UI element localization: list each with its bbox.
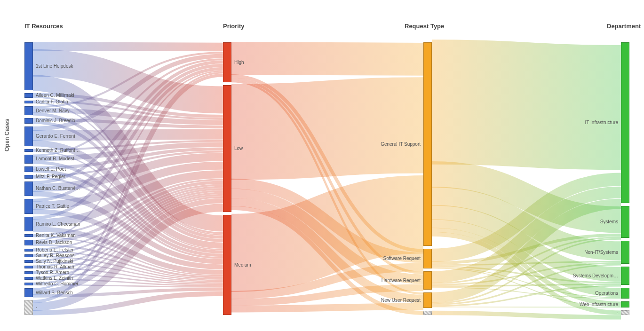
node-hardware[interactable] — [423, 271, 432, 290]
flow-helpdesk-high[interactable] — [33, 47, 223, 47]
node-label-lamont: Lamont R. Modest — [36, 156, 74, 161]
node-ramiro[interactable] — [24, 217, 33, 232]
flow-rt_null-dep_null[interactable] — [432, 313, 621, 317]
node-ops[interactable] — [621, 288, 629, 299]
node-label-gerardo: Gerardo E. Ferroni — [36, 134, 75, 139]
node-renita[interactable] — [24, 234, 33, 237]
node-label-renita: Renita K. Vaksman — [36, 233, 76, 238]
node-lamont[interactable] — [24, 155, 33, 164]
node-systems[interactable] — [621, 206, 629, 238]
node-sysdev[interactable] — [621, 267, 629, 285]
flow-low-general[interactable] — [231, 125, 423, 132]
node-software[interactable] — [423, 249, 432, 268]
node-label-carlita: Carlita F. Glahn — [36, 99, 68, 104]
node-label-aileen: Aileen C. Millimaki — [36, 93, 74, 98]
node-label-kenneth: Kenneth Z. Ruffont… — [36, 148, 80, 153]
node-wilfredo[interactable] — [24, 283, 33, 285]
node-label-systems: Systems — [600, 219, 618, 224]
node-label-webinfra: Web Infrastructure — [580, 302, 618, 307]
node-label-itinfra: IT Infrastructure — [585, 120, 618, 125]
node-general[interactable] — [423, 42, 432, 246]
node-nathan[interactable] — [24, 181, 33, 197]
node-label-sally: Sally N. Pujtkinski — [36, 259, 73, 264]
node-denver[interactable] — [24, 106, 33, 115]
node-label-patrice: Patrice T. Gattie — [36, 204, 69, 209]
node-salley[interactable] — [24, 254, 33, 257]
sankey-flows — [0, 0, 644, 331]
node-label-hardware: Hardware Request — [382, 278, 421, 283]
flow-medium-general[interactable] — [231, 214, 423, 253]
node-patrice[interactable] — [24, 199, 33, 214]
node-label-ramiro: Ramiro L. Cheesman — [36, 221, 80, 227]
node-sally[interactable] — [24, 260, 33, 263]
node-label-high: High — [234, 60, 244, 65]
node-tyson[interactable] — [24, 271, 33, 274]
node-carlita[interactable] — [24, 101, 33, 103]
node-aileen[interactable] — [24, 93, 33, 98]
node-gerardo[interactable] — [24, 126, 33, 146]
node-label-sysdev: Systems Developm… — [573, 273, 618, 278]
node-label-helpdesk: 1st Line Helpdesk — [36, 63, 73, 69]
node-robena[interactable] — [24, 249, 33, 252]
node-label-medium: Medium — [234, 262, 251, 268]
node-mitzi[interactable] — [24, 175, 33, 178]
node-thomas[interactable] — [24, 266, 33, 268]
node-itinfra[interactable] — [621, 42, 629, 203]
node-label-lowell: Lowell E. Poet — [36, 166, 66, 172]
sankey-chart: Open Cases IT Resources Priority Request… — [0, 0, 644, 331]
node-label-it_null: - — [36, 305, 37, 310]
node-label-robena: Robena E. Felster — [36, 247, 74, 252]
node-dep_null[interactable] — [621, 310, 629, 315]
node-label-tyson: Tyson R. Amero — [36, 270, 69, 275]
node-label-thomas: Thomas R. Allman — [36, 264, 74, 269]
node-label-salley: Salley R. Reasons — [36, 253, 74, 258]
node-label-denver: Denver M. Navy — [36, 108, 70, 113]
node-dominic[interactable] — [24, 118, 33, 124]
node-label-software: Software Request — [383, 256, 421, 261]
node-label-low: Low — [234, 146, 243, 151]
node-label-revis: Revis D. Jackson — [36, 240, 72, 245]
node-label-willard: Willard S. Bensch — [36, 290, 73, 295]
node-label-nonit: Non-IT/Systems — [584, 250, 618, 255]
node-label-mitzi: Mitzi F. Pegler — [36, 174, 65, 179]
node-medium[interactable] — [223, 215, 231, 315]
flow-newuser-webinfra[interactable] — [432, 307, 621, 307]
flow-high-general[interactable] — [231, 58, 423, 59]
node-label-wilfredo: Wilfredo C. Hommer — [36, 281, 79, 286]
node-label-nathan: Nathan C. Bustervi… — [36, 186, 80, 191]
node-lowell[interactable] — [24, 166, 33, 172]
flow-general-itinfra[interactable] — [432, 102, 621, 107]
node-label-ops: Operations — [595, 291, 618, 296]
node-revis[interactable] — [24, 240, 33, 245]
node-rt_null[interactable] — [423, 311, 432, 315]
node-kenneth[interactable] — [24, 149, 33, 152]
node-label-dep_null: - — [617, 310, 618, 315]
node-webinfra[interactable] — [621, 301, 629, 307]
node-newuser[interactable] — [423, 292, 432, 308]
node-watkins[interactable] — [24, 277, 33, 280]
node-label-general: General IT Support — [381, 142, 421, 147]
node-high[interactable] — [223, 42, 231, 82]
node-helpdesk[interactable] — [24, 42, 33, 90]
node-label-watkins: Watkins L. Zeinith — [36, 276, 73, 281]
node-it_null[interactable] — [24, 300, 33, 315]
node-low[interactable] — [223, 85, 231, 212]
node-nonit[interactable] — [621, 241, 629, 264]
node-willard[interactable] — [24, 288, 33, 297]
node-label-dominic: Dominic J. Breedlo… — [36, 118, 80, 123]
flow-medium-newuser[interactable] — [231, 307, 423, 309]
node-label-newuser: New User Request — [381, 298, 421, 303]
